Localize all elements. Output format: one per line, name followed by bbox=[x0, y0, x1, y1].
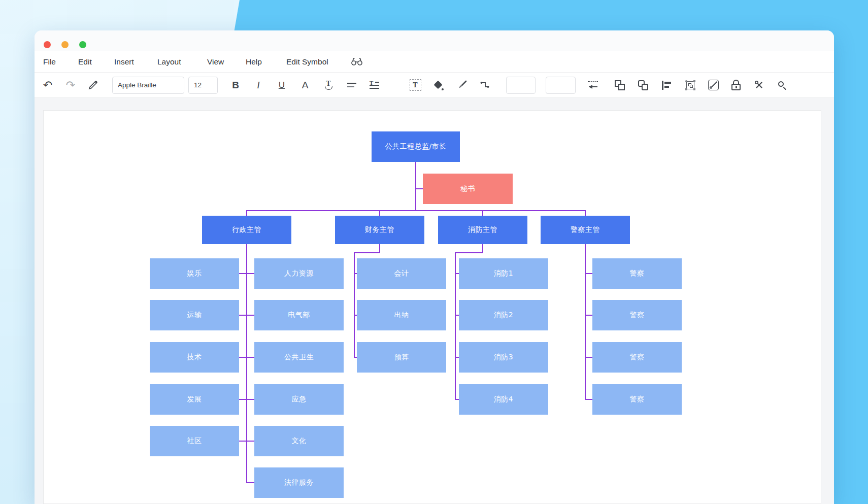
close-window-button[interactable] bbox=[44, 41, 51, 48]
menu-file[interactable]: File bbox=[43, 51, 56, 73]
org-node-community[interactable]: 社区 bbox=[150, 426, 239, 456]
org-node-admin-manager[interactable]: 行政主管 bbox=[202, 216, 291, 244]
connector-line[interactable] bbox=[455, 252, 483, 253]
line-width-input[interactable] bbox=[506, 77, 536, 94]
connector-line[interactable] bbox=[246, 210, 586, 211]
paragraph-style-button[interactable]: T bbox=[367, 78, 382, 93]
text-box-tool-button[interactable]: T bbox=[408, 78, 423, 93]
underline-button[interactable]: U bbox=[274, 78, 289, 93]
send-backward-button[interactable] bbox=[636, 78, 651, 93]
connector-line[interactable] bbox=[354, 252, 355, 358]
drawing-canvas[interactable]: 公共工程总监/市长 秘书 行政主管 财务主管 消防主管 警察主管 娱乐 运输 技… bbox=[43, 110, 821, 504]
redo-button[interactable]: ↷ bbox=[63, 78, 78, 93]
undo-button[interactable]: ↶ bbox=[40, 78, 55, 93]
org-node-culture[interactable]: 文化 bbox=[254, 426, 344, 456]
font-size-input[interactable] bbox=[188, 77, 218, 94]
connector-line[interactable] bbox=[239, 399, 247, 400]
menu-view[interactable]: View bbox=[207, 51, 224, 73]
connector-line[interactable] bbox=[379, 243, 380, 253]
menu-edit[interactable]: Edit bbox=[78, 51, 92, 73]
tools-button[interactable] bbox=[751, 78, 766, 93]
org-node-police-3[interactable]: 警察 bbox=[592, 342, 682, 373]
group-button[interactable] bbox=[683, 78, 698, 93]
connector-line[interactable] bbox=[239, 357, 247, 358]
connector-line[interactable] bbox=[239, 315, 247, 316]
connector-line[interactable] bbox=[482, 243, 483, 253]
align-button[interactable] bbox=[659, 78, 675, 93]
font-family-input[interactable] bbox=[112, 77, 184, 94]
menu-insert[interactable]: Insert bbox=[114, 51, 134, 73]
org-node-development[interactable]: 发展 bbox=[150, 384, 239, 415]
text-style-button[interactable]: T bbox=[321, 78, 336, 93]
org-node-public-health[interactable]: 公共卫生 bbox=[254, 342, 344, 373]
bold-button[interactable]: B bbox=[228, 78, 243, 93]
org-node-fire-4[interactable]: 消防4 bbox=[459, 384, 548, 415]
line-style-input[interactable] bbox=[546, 77, 576, 94]
org-node-emergency[interactable]: 应急 bbox=[254, 384, 344, 415]
org-node-police-2[interactable]: 警察 bbox=[592, 300, 682, 330]
connector-line[interactable] bbox=[246, 243, 247, 483]
org-node-accounting[interactable]: 会计 bbox=[357, 258, 446, 289]
menu-help[interactable]: Help bbox=[246, 51, 262, 73]
line-color-button[interactable] bbox=[454, 78, 470, 93]
org-node-electrical[interactable]: 电气部 bbox=[254, 300, 344, 330]
connector-line[interactable] bbox=[416, 188, 423, 189]
format-painter-icon[interactable] bbox=[85, 78, 101, 93]
connector-line[interactable] bbox=[415, 162, 416, 211]
org-node-police-4[interactable]: 警察 bbox=[592, 384, 682, 415]
org-node-fire-2[interactable]: 消防2 bbox=[459, 300, 548, 330]
org-node-transport[interactable]: 运输 bbox=[150, 300, 239, 330]
window-titlebar bbox=[35, 30, 834, 51]
menu-bar: File Edit Insert Layout View Help Edit S… bbox=[35, 51, 834, 73]
minimize-window-button[interactable] bbox=[61, 41, 69, 48]
org-node-budget[interactable]: 预算 bbox=[357, 342, 446, 373]
menu-layout[interactable]: Layout bbox=[157, 51, 181, 73]
binoculars-icon[interactable] bbox=[350, 56, 363, 66]
menu-edit-symbol[interactable]: Edit Symbol bbox=[286, 51, 328, 73]
org-node-cashier[interactable]: 出纳 bbox=[357, 300, 446, 330]
org-node-secretary[interactable]: 秘书 bbox=[423, 174, 513, 204]
connector-line[interactable] bbox=[585, 243, 586, 400]
org-node-fire-1[interactable]: 消防1 bbox=[459, 258, 548, 289]
line-spacing-button[interactable] bbox=[344, 78, 359, 93]
org-node-hr[interactable]: 人力资源 bbox=[254, 258, 344, 289]
org-node-police-1[interactable]: 警察 bbox=[592, 258, 682, 289]
maximize-window-button[interactable] bbox=[79, 41, 86, 48]
org-node-legal[interactable]: 法律服务 bbox=[254, 467, 344, 498]
connector-line[interactable] bbox=[354, 252, 380, 253]
editor-content-area: 公共工程总监/市长 秘书 行政主管 财务主管 消防主管 警察主管 娱乐 运输 技… bbox=[35, 98, 834, 504]
italic-button[interactable]: I bbox=[251, 78, 266, 93]
connector-style-button[interactable] bbox=[477, 78, 492, 93]
connector-line[interactable] bbox=[239, 441, 247, 442]
font-color-button[interactable]: A bbox=[297, 78, 313, 93]
connector-line[interactable] bbox=[239, 273, 247, 274]
org-node-finance-manager[interactable]: 财务主管 bbox=[335, 216, 424, 244]
org-node-police-manager[interactable]: 警察主管 bbox=[541, 216, 630, 244]
connector-line[interactable] bbox=[455, 252, 456, 400]
connector-arrow-button[interactable] bbox=[585, 78, 600, 93]
app-window: File Edit Insert Layout View Help Edit S… bbox=[35, 30, 834, 504]
search-button[interactable] bbox=[775, 78, 790, 93]
fill-color-button[interactable] bbox=[431, 78, 446, 93]
style-brush-button[interactable] bbox=[706, 78, 721, 93]
lock-button[interactable] bbox=[728, 78, 744, 93]
toolbar: ↶ ↷ B I U A T T T bbox=[35, 73, 834, 98]
org-node-fire-manager[interactable]: 消防主管 bbox=[438, 216, 527, 244]
bring-forward-button[interactable] bbox=[612, 78, 627, 93]
org-node-entertainment[interactable]: 娱乐 bbox=[150, 258, 239, 289]
org-node-technology[interactable]: 技术 bbox=[150, 342, 239, 373]
org-node-root[interactable]: 公共工程总监/市长 bbox=[372, 131, 460, 162]
org-node-fire-3[interactable]: 消防3 bbox=[459, 342, 548, 373]
